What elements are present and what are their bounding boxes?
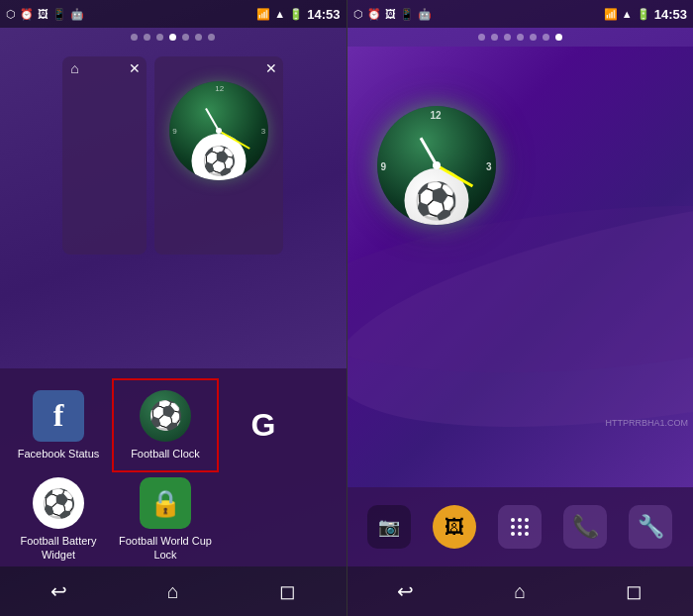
svg-point-5 xyxy=(525,525,529,529)
facebook-icon: f xyxy=(33,390,84,442)
left-page-dots xyxy=(0,28,346,47)
svg-point-8 xyxy=(525,532,529,536)
right-page-dots xyxy=(347,28,694,47)
left-recent-button[interactable]: ◻ xyxy=(259,571,316,611)
football-worldcup-app[interactable]: 🔒 Football World Cup Lock xyxy=(112,472,219,566)
card-close-icon[interactable]: ✕ xyxy=(129,60,141,76)
dot-3[interactable] xyxy=(156,34,163,41)
dot-2[interactable] xyxy=(144,34,150,41)
gallery-icon[interactable]: 🖼 xyxy=(433,505,476,549)
worldcup-lock-icon: 🔒 xyxy=(140,477,191,529)
right-back-button[interactable]: ↩ xyxy=(377,571,434,611)
camera-icon: 📷 xyxy=(378,516,400,538)
right-wifi-icon: 📶 xyxy=(604,8,618,21)
right-dot-4[interactable] xyxy=(517,34,524,41)
right-status-icons-left: ⬡ ⏰ 🖼 📱 🤖 xyxy=(353,8,432,21)
app-drawer: f Facebook Status ⚽ Football Clock G ⚽ F… xyxy=(0,368,346,566)
right-home-button[interactable]: ⌂ xyxy=(494,572,545,611)
svg-point-4 xyxy=(518,525,522,529)
football-clock-label: Football Clock xyxy=(131,448,200,461)
right-home-area: 12 3 6 9 ⚽ HTTPRRBHA1.COM xyxy=(347,47,694,487)
phone-icon: 📱 xyxy=(52,8,66,21)
right-dot-2[interactable] xyxy=(491,34,498,41)
apps-grid-svg xyxy=(508,515,532,539)
left-status-time: 14:53 xyxy=(307,7,340,22)
widget-clock-face: 12 3 6 9 ⚽ xyxy=(169,81,268,180)
phone-dock-icon[interactable]: 📞 xyxy=(563,505,607,549)
large-football-clock-widget[interactable]: 12 3 6 9 ⚽ xyxy=(377,106,496,225)
svg-point-3 xyxy=(511,525,515,529)
left-status-bar: ⬡ ⏰ 🖼 📱 🤖 📶 ▲ 🔋 14:53 xyxy=(0,0,346,28)
clock-num-12: 12 xyxy=(431,110,442,121)
right-nav-bar: ↩ ⌂ ◻ xyxy=(347,566,694,616)
widget-clock-center xyxy=(216,128,222,134)
football-battery-icon: ⚽ xyxy=(33,477,84,529)
football-battery-app[interactable]: ⚽ Football Battery Widget xyxy=(5,472,112,566)
left-panel: ⬡ ⏰ 🖼 📱 🤖 📶 ▲ 🔋 14:53 ⌂ ✕ xyxy=(0,0,346,616)
right-battery-icon: 🔋 xyxy=(637,8,650,21)
right-alarm-icon: ⏰ xyxy=(367,8,381,21)
football-worldcup-label: Football World Cup Lock xyxy=(112,535,219,561)
status-icons-left: ⬡ ⏰ 🖼 📱 🤖 xyxy=(6,8,84,21)
dot-7[interactable] xyxy=(208,34,215,41)
football-clock-app[interactable]: ⚽ Football Clock xyxy=(112,378,219,472)
right-dot-7-active[interactable] xyxy=(555,34,562,41)
right-bottom-dock: 📷 🖼 📞 🔧 xyxy=(347,487,694,566)
right-android-icon: 🤖 xyxy=(418,8,432,21)
football-battery-label: Football Battery Widget xyxy=(5,535,112,561)
right-dot-5[interactable] xyxy=(530,34,537,41)
svg-point-7 xyxy=(518,532,522,536)
right-status-icons-right: 📶 ▲ 🔋 14:53 xyxy=(604,7,687,22)
phone-icon-img: 📞 xyxy=(572,514,599,540)
gallery-icon-img: 🖼 xyxy=(445,516,464,539)
left-home-button[interactable]: ⌂ xyxy=(148,572,199,611)
dot-4-active[interactable] xyxy=(169,34,176,41)
tools-icon[interactable]: 🔧 xyxy=(629,505,672,549)
tools-icon-img: 🔧 xyxy=(638,514,664,540)
widget-card-empty: ⌂ ✕ xyxy=(62,56,147,255)
right-phone-icon: 📱 xyxy=(400,8,414,21)
right-status-time: 14:53 xyxy=(654,7,687,22)
apps-grid-icon[interactable] xyxy=(498,505,542,549)
g-letter: G xyxy=(251,407,276,444)
battery-icon: 🔋 xyxy=(289,8,303,21)
signal-icon: ▲ xyxy=(274,8,285,20)
dot-1[interactable] xyxy=(131,34,138,41)
right-photo-icon: 🖼 xyxy=(385,8,396,20)
left-nav-bar: ↩ ⌂ ◻ xyxy=(0,566,346,616)
right-dot-1[interactable] xyxy=(478,34,485,41)
camera-gallery-icon[interactable]: 📷 xyxy=(367,505,411,549)
football-clock-widget-card: ✕ 12 3 6 9 ⚽ xyxy=(154,56,283,255)
svg-point-0 xyxy=(511,518,515,522)
status-icons-right: 📶 ▲ 🔋 14:53 xyxy=(256,7,340,22)
facebook-status-label: Facebook Status xyxy=(18,448,100,461)
watermark: HTTPRRBHA1.COM xyxy=(605,418,688,428)
right-dot-6[interactable] xyxy=(543,34,549,41)
svg-point-2 xyxy=(525,518,529,522)
right-panel: ⬡ ⏰ 🖼 📱 🤖 📶 ▲ 🔋 14:53 12 xyxy=(347,0,694,616)
large-clock-center xyxy=(433,161,441,169)
dot-6[interactable] xyxy=(195,34,202,41)
football-clock-icon: ⚽ xyxy=(140,390,191,442)
facebook-status-app[interactable]: f Facebook Status xyxy=(5,378,112,472)
left-back-button[interactable]: ↩ xyxy=(31,571,87,611)
g-partial-icon: G xyxy=(238,400,289,452)
large-clock-face: 12 3 6 9 ⚽ xyxy=(377,106,496,225)
dot-5[interactable] xyxy=(182,34,189,41)
clock-num-9: 9 xyxy=(381,161,387,172)
usb-icon: ⬡ xyxy=(6,8,16,21)
alarm-icon: ⏰ xyxy=(20,8,34,21)
photo-icon: 🖼 xyxy=(38,8,49,20)
svg-point-1 xyxy=(518,518,522,522)
right-signal-icon: ▲ xyxy=(622,8,633,20)
left-home-preview: ⌂ ✕ ✕ 12 3 6 9 ⚽ xyxy=(0,47,346,368)
widget-card-close-icon[interactable]: ✕ xyxy=(265,60,277,76)
wifi-icon: 📶 xyxy=(256,8,270,21)
g-app[interactable]: G xyxy=(219,378,308,472)
right-dot-3[interactable] xyxy=(504,34,511,41)
right-status-bar: ⬡ ⏰ 🖼 📱 🤖 📶 ▲ 🔋 14:53 xyxy=(347,0,694,28)
svg-point-6 xyxy=(511,532,515,536)
android-icon: 🤖 xyxy=(70,8,84,21)
right-recent-button[interactable]: ◻ xyxy=(606,571,662,611)
card-home-icon: ⌂ xyxy=(70,60,78,76)
